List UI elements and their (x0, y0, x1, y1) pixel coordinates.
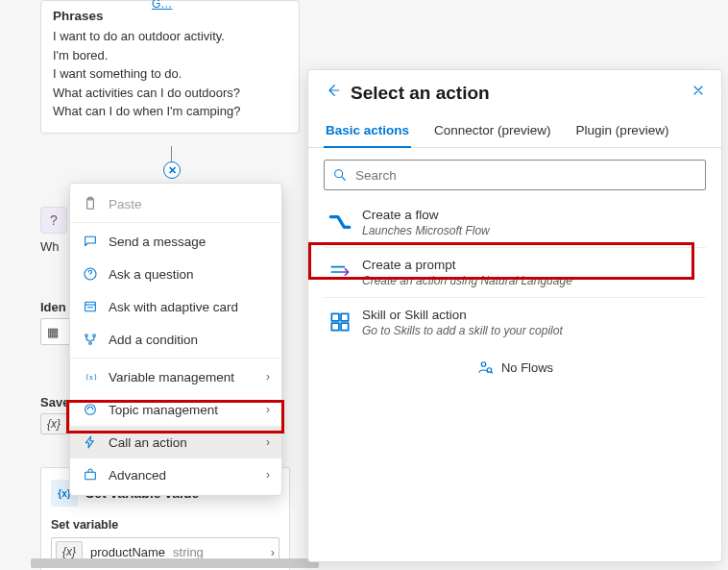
svg-rect-12 (85, 472, 96, 479)
tab-plugin[interactable]: Plugin (preview) (574, 113, 671, 147)
toolbox-icon (82, 466, 99, 483)
search-input[interactable] (324, 160, 706, 190)
phrases-title: Phrases (53, 9, 287, 23)
node-close-icon[interactable]: ✕ (163, 161, 181, 179)
svg-point-13 (335, 170, 343, 178)
menu-paste: Paste (70, 187, 281, 220)
variable-type: string (173, 545, 204, 559)
chevron-right-icon: › (266, 403, 270, 416)
action-desc: Create an action using Natural Language (362, 274, 572, 287)
topic-icon (82, 401, 99, 418)
menu-separator (70, 222, 281, 223)
person-search-icon (476, 359, 494, 376)
menu-variable-management[interactable]: {x} Variable management › (70, 360, 281, 393)
select-action-panel: Select an action Basic actions Connector… (307, 69, 722, 562)
action-skill[interactable]: Skill or Skill action Go to Skills to ad… (324, 298, 706, 347)
phrase-line: What can I do when I'm camping? (53, 102, 287, 121)
chevron-right-icon: › (266, 435, 270, 449)
paste-icon (82, 195, 99, 212)
action-desc: Go to Skills to add a skill to your copi… (362, 324, 563, 337)
variable-icon: {x} (82, 368, 99, 385)
svg-point-21 (481, 362, 486, 367)
phrase-line: I want to do an outdoor activity. (53, 27, 287, 46)
connector-line (171, 146, 172, 161)
skill-icon (328, 308, 352, 335)
menu-topic-management[interactable]: Topic management › (70, 393, 281, 426)
panel-tabs: Basic actions Connector (preview) Plugin… (308, 113, 721, 148)
search-field[interactable] (355, 168, 697, 183)
phrases-card: G… Phrases I want to do an outdoor activ… (40, 0, 300, 134)
phrases-link[interactable]: G… (152, 0, 172, 11)
action-title: Skill or Skill action (362, 308, 563, 322)
panel-title: Select an action (351, 83, 490, 104)
search-icon (332, 167, 348, 183)
menu-ask-adaptive[interactable]: Ask with adaptive card (70, 290, 281, 323)
variable-icon: {x} (47, 417, 61, 431)
no-flows-message: No Flows (324, 359, 706, 376)
branch-icon (82, 331, 99, 348)
chevron-right-icon: › (266, 370, 270, 384)
close-button[interactable] (691, 83, 706, 103)
phrase-line: What activities can I do outdoors? (53, 84, 287, 103)
svg-rect-20 (341, 323, 349, 331)
back-button[interactable] (324, 82, 341, 104)
menu-send-message[interactable]: Send a message (70, 225, 281, 258)
svg-point-11 (85, 405, 96, 415)
context-menu: Paste Send a message Ask a question Ask … (69, 183, 282, 496)
question-icon (82, 265, 99, 283)
menu-advanced[interactable]: Advanced › (70, 458, 281, 491)
tab-basic-actions[interactable]: Basic actions (324, 113, 411, 147)
menu-separator (70, 358, 281, 359)
chat-icon (82, 233, 99, 250)
variable-chip[interactable]: {x} (40, 413, 67, 434)
action-title: Create a prompt (362, 258, 572, 272)
svg-text:{x}: {x} (85, 372, 98, 382)
menu-ask-question[interactable]: Ask a question (70, 258, 281, 290)
action-list: Create a flow Launches Microsoft Flow Cr… (308, 198, 721, 376)
set-variable-sub: Set variable (51, 514, 279, 537)
chevron-right-icon: › (271, 545, 275, 559)
action-title: Create a flow (362, 208, 490, 222)
action-create-flow[interactable]: Create a flow Launches Microsoft Flow (324, 198, 706, 248)
tab-connector[interactable]: Connector (preview) (432, 113, 553, 147)
svg-point-3 (90, 277, 91, 278)
question-icon: ? (40, 207, 67, 234)
svg-rect-17 (331, 313, 339, 321)
variable-name: productName (90, 545, 165, 559)
adaptive-card-icon (82, 298, 99, 315)
prompt-icon (328, 258, 352, 285)
action-create-prompt[interactable]: Create a prompt Create an action using N… (324, 248, 706, 298)
grid-icon: ▦ (47, 325, 59, 339)
flow-icon (328, 208, 352, 235)
action-desc: Launches Microsoft Flow (362, 224, 490, 237)
phrase-line: I want something to do. (53, 64, 287, 84)
svg-rect-19 (331, 323, 339, 331)
svg-rect-18 (341, 313, 349, 321)
lightning-icon (82, 434, 99, 451)
chevron-right-icon: › (266, 468, 270, 482)
svg-line-14 (342, 177, 345, 180)
menu-call-action[interactable]: Call an action › (70, 426, 281, 458)
phrase-line: I'm bored. (53, 46, 287, 65)
svg-line-23 (491, 372, 493, 374)
horizontal-scrollbar[interactable] (31, 558, 319, 568)
svg-rect-4 (85, 302, 96, 310)
menu-add-condition[interactable]: Add a condition (70, 323, 281, 356)
